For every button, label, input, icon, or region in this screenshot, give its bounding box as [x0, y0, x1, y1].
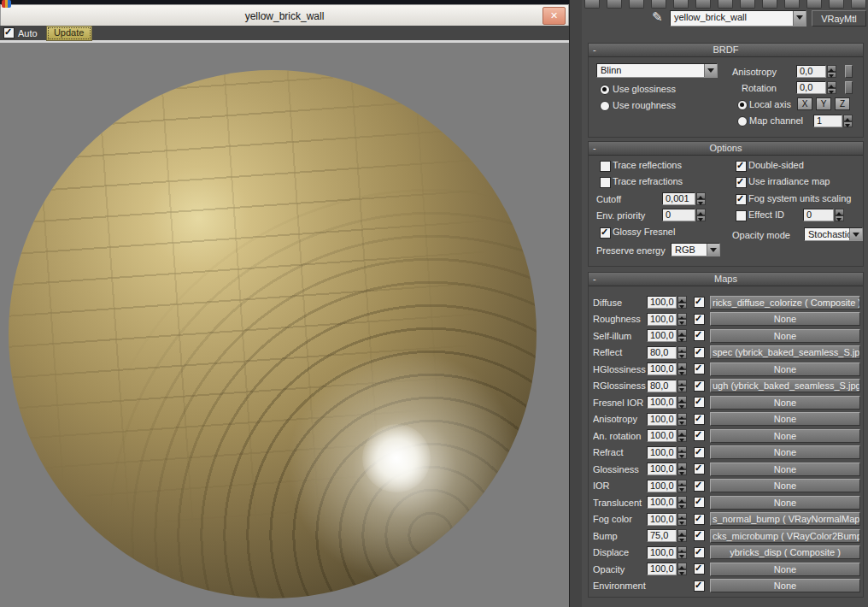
spinner-up-icon[interactable] — [677, 496, 687, 503]
toolbar-icon[interactable] — [607, 0, 622, 9]
map-slot-button[interactable]: None — [710, 496, 860, 510]
spinner-down-icon[interactable] — [696, 199, 706, 206]
spinner[interactable] — [677, 446, 687, 459]
map-slot-button[interactable]: s_normal_bump ( VRayNormalMap ) — [710, 512, 860, 526]
map-slot-button[interactable]: None — [710, 579, 860, 592]
spinner-up-icon[interactable] — [677, 563, 687, 569]
map-enable-checkbox[interactable] — [694, 380, 705, 392]
material-name-dropdown[interactable]: yellow_brick_wall — [670, 10, 806, 27]
map-amount-value[interactable]: 100,0 — [647, 429, 677, 442]
spinner[interactable] — [677, 329, 687, 342]
spinner-down-icon[interactable] — [677, 503, 687, 510]
spinner-up-icon[interactable] — [843, 115, 853, 121]
env-priority-field[interactable]: 0 — [662, 209, 706, 221]
trace-reflections-checkbox[interactable] — [600, 161, 611, 172]
anisotropy-value[interactable]: 0,0 — [796, 65, 826, 78]
spinner-up-icon[interactable] — [827, 81, 836, 88]
toolbar-icon[interactable] — [851, 0, 866, 9]
map-enable-checkbox[interactable] — [694, 514, 705, 525]
map-slot-button[interactable]: None — [710, 362, 860, 376]
options-rollout-header[interactable]: - Options — [589, 142, 863, 156]
map-enable-checkbox[interactable] — [694, 530, 705, 541]
effect-id-value[interactable]: 0 — [803, 209, 834, 221]
use-irradiance-map-checkbox[interactable] — [736, 177, 747, 188]
spinner-down-icon[interactable] — [677, 403, 687, 410]
toolbar-icon[interactable] — [718, 0, 733, 9]
map-enable-checkbox[interactable] — [694, 480, 705, 492]
spinner-up-icon[interactable] — [677, 380, 687, 386]
spinner[interactable] — [677, 396, 687, 409]
map-amount-value[interactable]: 75,0 — [647, 529, 677, 542]
axis-z-button[interactable]: Z — [835, 97, 850, 110]
spinner[interactable] — [677, 480, 687, 492]
map-enable-checkbox[interactable] — [694, 297, 705, 308]
spinner-down-icon[interactable] — [677, 352, 687, 359]
spinner-down-icon[interactable] — [677, 369, 687, 376]
map-slot-button[interactable]: None — [710, 412, 860, 426]
trace-refractions-checkbox[interactable] — [600, 177, 611, 188]
map-amount-field[interactable]: 100,0 — [647, 480, 687, 492]
map-amount-value[interactable]: 100,0 — [647, 546, 677, 559]
map-slot-button[interactable]: None — [710, 479, 860, 492]
spinner-down-icon[interactable] — [677, 536, 687, 543]
map-amount-field[interactable]: 75,0 — [647, 529, 687, 542]
spinner-up-icon[interactable] — [827, 65, 836, 72]
effect-id-checkbox[interactable] — [736, 210, 747, 221]
spinner-up-icon[interactable] — [677, 329, 687, 336]
map-enable-checkbox[interactable] — [694, 547, 705, 558]
map-channel-value[interactable]: 1 — [813, 115, 842, 127]
spinner-up-icon[interactable] — [677, 446, 687, 453]
spinner-up-icon[interactable] — [677, 480, 687, 486]
use-roughness-radio[interactable] — [600, 101, 610, 111]
spinner-up-icon[interactable] — [677, 296, 687, 303]
map-enable-checkbox[interactable] — [694, 314, 705, 325]
spinner-up-icon[interactable] — [696, 209, 706, 215]
map-channel-field[interactable]: 1 — [813, 115, 853, 127]
map-amount-value[interactable]: 100,0 — [647, 362, 677, 375]
spinner-up-icon[interactable] — [677, 413, 687, 420]
toolbar-icon[interactable] — [629, 0, 644, 9]
map-enable-checkbox[interactable] — [694, 330, 705, 341]
rotation-mini-button[interactable] — [845, 81, 853, 94]
cutoff-value[interactable]: 0,001 — [662, 192, 695, 205]
auto-checkbox[interactable] — [3, 27, 15, 38]
map-amount-field[interactable]: 100,0 — [647, 463, 687, 475]
spinner[interactable] — [677, 296, 687, 309]
map-slot-button[interactable]: ricks_diffuse_colorize ( Composite ) — [710, 296, 860, 309]
spinner[interactable] — [677, 346, 687, 359]
axis-y-button[interactable]: Y — [816, 97, 831, 110]
spinner-up-icon[interactable] — [677, 429, 687, 436]
toolbar-icon[interactable] — [829, 0, 844, 9]
spinner[interactable] — [696, 192, 706, 205]
glossy-fresnel-checkbox[interactable] — [600, 227, 611, 239]
spinner[interactable] — [835, 209, 844, 221]
map-enable-checkbox[interactable] — [694, 447, 705, 458]
spinner[interactable] — [677, 563, 687, 575]
anisotropy-mini-button[interactable] — [845, 65, 853, 78]
toolbar-icon[interactable] — [695, 0, 711, 9]
map-amount-value[interactable]: 100,0 — [647, 296, 677, 309]
spinner-down-icon[interactable] — [827, 88, 836, 95]
toolbar-icon[interactable] — [673, 0, 689, 9]
toolbar-icon[interactable] — [762, 0, 777, 9]
spinner[interactable] — [677, 496, 687, 509]
spinner-down-icon[interactable] — [677, 486, 687, 492]
map-amount-value[interactable]: 100,0 — [647, 463, 677, 475]
cutoff-field[interactable]: 0,001 — [662, 192, 706, 205]
preserve-energy-dropdown[interactable]: RGB — [671, 243, 720, 256]
map-amount-field[interactable]: 100,0 — [647, 296, 687, 309]
map-enable-checkbox[interactable] — [694, 414, 705, 425]
spinner-up-icon[interactable] — [677, 546, 687, 553]
map-channel-radio[interactable] — [737, 116, 748, 127]
effect-id-field[interactable]: 0 — [803, 209, 844, 221]
map-amount-value[interactable]: 100,0 — [647, 396, 677, 409]
map-amount-field[interactable]: 100,0 — [647, 313, 687, 326]
map-slot-button[interactable]: None — [710, 429, 860, 443]
map-amount-value[interactable]: 100,0 — [647, 446, 677, 459]
map-amount-value[interactable]: 100,0 — [647, 329, 677, 342]
spinner-down-icon[interactable] — [677, 469, 687, 476]
material-type-button[interactable]: VRayMtl — [812, 10, 866, 27]
spinner[interactable] — [677, 362, 687, 375]
spinner-down-icon[interactable] — [677, 303, 687, 309]
map-enable-checkbox[interactable] — [694, 463, 705, 474]
